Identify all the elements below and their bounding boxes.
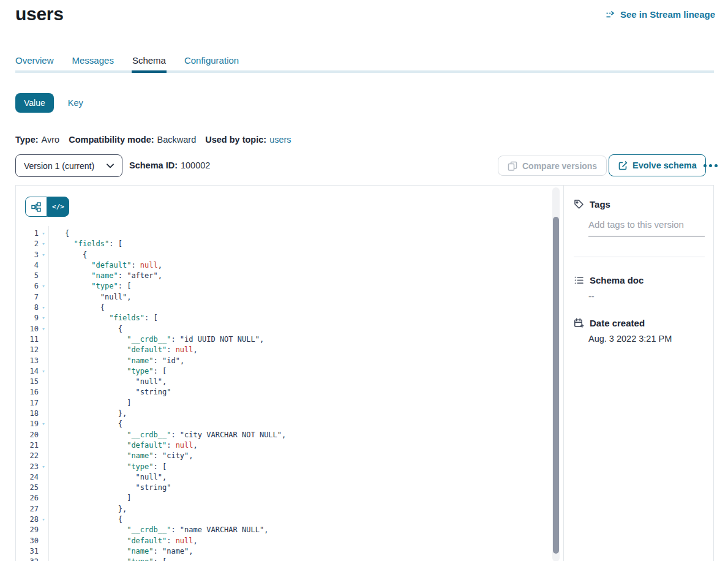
collapse-toggle-icon[interactable]: ▾	[39, 324, 48, 334]
line-number: 14	[16, 366, 39, 377]
collapse-spacer	[39, 398, 48, 409]
date-created-value: Aug. 3 2022 3:21 PM	[588, 334, 672, 344]
evolve-schema-button[interactable]: Evolve schema	[609, 154, 706, 176]
code-text: "type": [	[65, 462, 167, 472]
line-number: 12	[16, 345, 39, 355]
collapse-spacer	[39, 345, 48, 355]
line-number: 11	[16, 334, 39, 345]
compare-versions-label: Compare versions	[522, 161, 597, 171]
code-text: "__crdb__": "city VARCHAR NOT NULL",	[65, 430, 286, 440]
line-number: 4	[16, 260, 39, 271]
collapse-toggle-icon[interactable]: ▾	[39, 303, 48, 313]
collapse-spacer	[39, 409, 48, 419]
more-options-button[interactable]	[700, 154, 720, 176]
schema-sidebar: Tags Schema doc -- Date created Aug. 3 2…	[574, 186, 705, 561]
code-line: 19▾ {	[16, 419, 552, 429]
line-number: 30	[16, 536, 39, 546]
evolve-schema-label: Evolve schema	[632, 160, 697, 170]
collapse-spacer	[39, 451, 48, 461]
code-line: 31 "name": "name",	[16, 546, 552, 557]
list-icon	[574, 275, 584, 285]
line-number: 22	[16, 451, 39, 461]
collapse-spacer	[39, 260, 48, 271]
collapse-toggle-icon[interactable]: ▾	[39, 281, 48, 292]
code-line: 22 "name": "city",	[16, 451, 552, 461]
stream-lineage-label: See in Stream lineage	[620, 9, 715, 20]
line-number: 28	[16, 514, 39, 525]
code-text: "name": "after",	[65, 271, 162, 281]
code-line: 20 "__crdb__": "city VARCHAR NOT NULL",	[16, 430, 552, 440]
code-text: "type": [	[65, 557, 167, 561]
code-line: 30 "default": null,	[16, 536, 552, 546]
ellipsis-icon	[704, 164, 707, 167]
code-text: "name": "city",	[65, 451, 193, 461]
code-line: 13 "name": "id",	[16, 356, 552, 366]
version-select[interactable]: Version 1 (current)	[15, 154, 122, 177]
chevron-down-icon	[107, 164, 114, 168]
collapse-spacer	[39, 334, 48, 345]
collapse-toggle-icon[interactable]: ▾	[39, 462, 48, 472]
code-text: "type": [	[65, 281, 131, 292]
collapse-spacer	[39, 546, 48, 557]
collapse-toggle-icon[interactable]: ▾	[39, 313, 48, 323]
code-text: "null",	[65, 472, 167, 483]
code-line: 28▾ {	[16, 514, 552, 525]
edit-icon	[618, 160, 628, 170]
code-scrollbar-thumb[interactable]	[553, 217, 559, 554]
date-created-title: Date created	[590, 318, 645, 328]
compare-versions-button[interactable]: Compare versions	[498, 156, 607, 176]
code-line: 12 "default": null,	[16, 345, 552, 355]
meta-value-link[interactable]: users	[269, 135, 291, 145]
collapse-toggle-icon[interactable]: ▾	[39, 250, 48, 260]
code-line: 21 "default": null,	[16, 440, 552, 451]
collapse-toggle-icon[interactable]: ▾	[39, 239, 48, 249]
line-number: 29	[16, 525, 39, 535]
code-line: 5 "name": "after",	[16, 271, 552, 281]
line-number: 15	[16, 377, 39, 387]
collapse-spacer	[39, 377, 48, 387]
line-number: 27	[16, 504, 39, 514]
key-toggle-link[interactable]: Key	[68, 98, 83, 108]
double-arrow-right-icon	[606, 10, 616, 20]
code-text: "fields": [	[65, 239, 122, 249]
collapse-toggle-icon[interactable]: ▾	[39, 557, 48, 561]
meta-label: Type:	[15, 135, 39, 145]
code-line: 10▾ {	[16, 324, 552, 334]
tabs-baseline	[15, 70, 714, 73]
meta-item: Compatibility mode:Backward	[69, 135, 196, 145]
stream-lineage-link[interactable]: See in Stream lineage	[606, 9, 715, 20]
collapse-spacer	[39, 430, 48, 440]
code-text: {	[65, 324, 122, 334]
value-toggle-button[interactable]: Value	[15, 93, 54, 113]
code-text: "fields": [	[65, 313, 158, 323]
meta-item: Used by topic:users	[205, 135, 291, 145]
collapse-spacer	[39, 504, 48, 514]
tab-schema[interactable]: Schema	[132, 55, 166, 73]
collapse-spacer	[39, 440, 48, 451]
collapse-toggle-icon[interactable]: ▾	[39, 228, 48, 239]
code-text: },	[65, 409, 127, 419]
code-line: 9▾ "fields": [	[16, 313, 552, 323]
schema-doc-section-header: Schema doc	[574, 275, 644, 285]
code-text: "default": null,	[65, 440, 198, 451]
tree-view-button[interactable]	[25, 197, 47, 217]
collapse-toggle-icon[interactable]: ▾	[39, 366, 48, 377]
line-number: 7	[16, 292, 39, 303]
code-line: 29 "__crdb__": "name VARCHAR NULL",	[16, 525, 552, 535]
line-number: 13	[16, 356, 39, 366]
code-view-button[interactable]: </>	[47, 197, 69, 217]
schema-id: Schema ID: 100002	[129, 160, 210, 170]
collapse-toggle-icon[interactable]: ▾	[39, 514, 48, 525]
meta-item: Type:Avro	[15, 135, 59, 145]
code-text: "name": "id",	[65, 356, 184, 366]
line-number: 26	[16, 493, 39, 503]
line-number: 1	[16, 228, 39, 239]
version-select-value: Version 1 (current)	[24, 161, 94, 171]
collapse-toggle-icon[interactable]: ▾	[39, 419, 48, 429]
meta-value: Avro	[42, 135, 60, 145]
code-line: 11 "__crdb__": "id UUID NOT NULL",	[16, 334, 552, 345]
tags-input[interactable]	[588, 219, 705, 236]
collapse-spacer	[39, 493, 48, 503]
code-text: ]	[65, 493, 131, 503]
code-lines: 1▾{2▾ "fields": [3▾ {4 "default": null,5…	[16, 228, 552, 561]
